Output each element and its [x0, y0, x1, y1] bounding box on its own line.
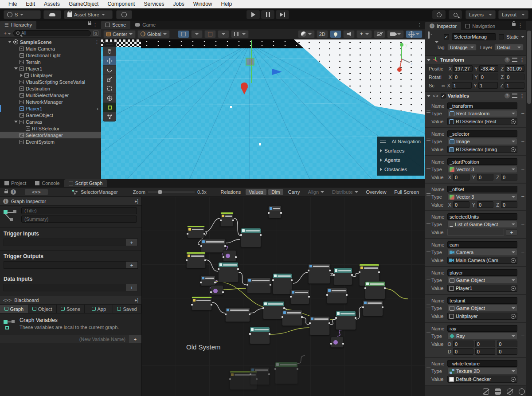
destination-pin[interactable]	[239, 82, 250, 95]
graph-node[interactable]	[363, 300, 383, 316]
input-port[interactable]	[359, 271, 360, 273]
input-port[interactable]	[187, 233, 188, 235]
enabled-checkbox[interactable]: ✓	[441, 94, 446, 98]
input-port[interactable]	[262, 307, 264, 309]
drag-handle-icon[interactable]	[426, 305, 430, 307]
blackboard-tab-scene[interactable]: Scene	[57, 305, 85, 313]
ray-field[interactable]: 0	[475, 341, 496, 347]
hierarchy-item-rtsselector[interactable]: RTSSelector	[0, 125, 101, 132]
output-port[interactable]	[283, 307, 285, 309]
object-picker-field[interactable]: Player1	[447, 285, 517, 292]
presets-icon[interactable]	[512, 58, 517, 62]
dock-icon[interactable]: ▸]	[135, 199, 138, 204]
drag-handle-icon[interactable]	[426, 166, 430, 169]
tag-dropdown[interactable]: Untagge	[447, 44, 477, 51]
drag-handle-icon[interactable]	[426, 221, 430, 223]
input-port[interactable]	[333, 274, 335, 276]
graph-node[interactable]	[333, 268, 352, 285]
graph-node[interactable]	[327, 288, 347, 304]
output-port[interactable]	[260, 234, 262, 236]
vector-field[interactable]: 0	[501, 201, 517, 208]
snap-increment-dropdown[interactable]	[218, 30, 229, 38]
gameobject-name-field[interactable]: SelectorManag	[452, 33, 496, 40]
input-port[interactable]	[308, 270, 309, 271]
new-variable-input[interactable]: (New Variable Name)	[79, 337, 125, 342]
variable-name-field[interactable]: player	[447, 269, 517, 276]
ai-navigation-header[interactable]: AI Navigation	[380, 139, 421, 144]
remove-variable-button[interactable]: −	[521, 193, 524, 200]
camera-settings-dropdown[interactable]	[387, 30, 404, 38]
add-button[interactable]: +	[126, 262, 137, 268]
hierarchy-item-terrain[interactable]: Terrain	[0, 59, 101, 65]
transform-y-field[interactable]: 0	[479, 74, 499, 80]
graph-node[interactable]	[241, 228, 261, 247]
input-port[interactable]	[218, 268, 219, 270]
output-port[interactable]	[384, 287, 386, 289]
object-picker-icon[interactable]	[511, 377, 516, 382]
add-button[interactable]: +	[126, 284, 137, 291]
account-button[interactable]: S	[4, 10, 41, 19]
hierarchy-item-directional-light[interactable]: Directional Light	[0, 52, 101, 59]
tab-inspector[interactable]: i Inspector	[425, 22, 461, 30]
input-port[interactable]	[210, 291, 212, 293]
grid-visibility-button[interactable]	[178, 30, 189, 38]
graph-toolbar-values[interactable]: Values	[246, 189, 266, 195]
blackboard-tab-graph[interactable]: Graph	[0, 305, 28, 313]
zoom-slider[interactable]	[148, 192, 195, 192]
menu-item-component[interactable]: Component	[103, 0, 139, 8]
input-port[interactable]	[246, 284, 248, 286]
input-port[interactable]	[225, 314, 227, 315]
output-port[interactable]	[203, 233, 205, 235]
graph-node[interactable]	[273, 273, 292, 294]
scene-visibility-button[interactable]	[374, 30, 385, 38]
variable-name-field[interactable]: _whiteTexture	[447, 360, 517, 367]
hierarchy-item-unitplayer[interactable]: Unitplayer	[0, 72, 101, 78]
muted-bell-icon[interactable]	[507, 388, 513, 395]
lock-icon[interactable]	[512, 23, 516, 26]
2d-toggle-button[interactable]: 2D	[317, 30, 328, 38]
kebab-menu-icon[interactable]: ⋮	[520, 93, 524, 99]
input-port[interactable]	[274, 368, 276, 370]
input-port[interactable]	[272, 279, 274, 281]
graph-node[interactable]	[218, 262, 239, 282]
variable-type-dropdown[interactable]: Game Object	[447, 305, 517, 312]
kebab-menu-icon[interactable]: ⋮	[94, 39, 99, 45]
object-picker-field[interactable]: Main Camera (Cam	[447, 257, 517, 264]
hierarchy-item-gameobject[interactable]: GameObject	[0, 112, 101, 118]
remove-variable-button[interactable]: −	[521, 333, 524, 339]
orientation-gizmo[interactable]: y z	[388, 40, 419, 76]
graph-toolbar-carry[interactable]: Carry	[285, 189, 303, 195]
transform-tool-button[interactable]	[103, 93, 116, 102]
output-port[interactable]	[224, 245, 226, 247]
output-port[interactable]	[237, 268, 239, 270]
variable-name-field[interactable]: _offset	[447, 186, 517, 192]
variable-type-dropdown[interactable]: Game Object	[447, 277, 517, 284]
foldout-icon[interactable]	[380, 158, 382, 162]
object-picker-icon[interactable]	[511, 286, 516, 291]
output-port[interactable]	[297, 368, 298, 370]
variable-type-dropdown[interactable]: Vector 3	[447, 166, 517, 173]
graph-node[interactable]	[275, 362, 298, 384]
hierarchy-search-input[interactable]: All	[13, 30, 91, 36]
menu-item-gameobject[interactable]: GameObject	[65, 0, 102, 8]
scale-tool-button[interactable]	[103, 74, 116, 84]
vector-field[interactable]: 0	[453, 201, 469, 208]
drag-handle[interactable]	[103, 43, 116, 47]
object-picker-field[interactable]: Default-Checker	[447, 376, 517, 383]
object-picker-field[interactable]: RTSSelector (Imag	[447, 146, 517, 153]
graph-node[interactable]	[308, 263, 330, 284]
graph-node[interactable]	[282, 310, 302, 326]
component-tools-dropdown[interactable]	[406, 30, 422, 38]
breadcrumb[interactable]: SelectorManager	[81, 189, 118, 195]
hierarchy-item-visualscripting-scenevarial[interactable]: VisualScripting SceneVarial	[0, 78, 101, 85]
scene-picker-icon[interactable]: ⧉	[93, 31, 98, 36]
progress-clock-icon[interactable]	[519, 388, 525, 395]
unit-cone-marker[interactable]	[272, 68, 283, 76]
drag-handle-icon[interactable]	[426, 193, 430, 196]
vector-field[interactable]: 0	[453, 174, 469, 180]
drag-handle-icon[interactable]	[426, 333, 430, 335]
object-picker-icon[interactable]	[511, 314, 516, 319]
transform-header[interactable]: Transform ? ⋮	[425, 55, 526, 64]
collab-button[interactable]	[116, 10, 132, 19]
vector-field[interactable]: 0	[477, 201, 493, 208]
